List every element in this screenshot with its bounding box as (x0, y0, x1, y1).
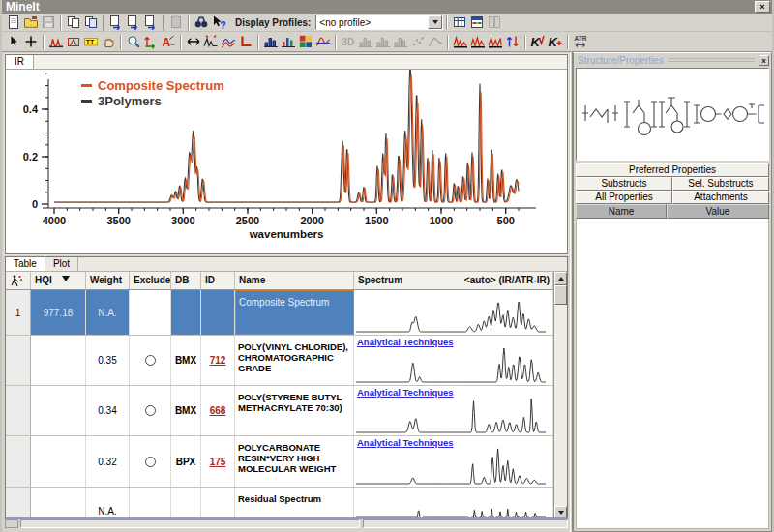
expand-horizontal-icon[interactable] (185, 34, 202, 50)
name-cell[interactable]: POLY(VINYL CHLORIDE), CHROMATOGRAPHIC GR… (235, 336, 354, 385)
spectrum-cell[interactable]: Analytical Techniques (354, 336, 553, 385)
atr-correction-icon[interactable]: ATR (572, 34, 589, 50)
id-cell[interactable]: 712 (201, 336, 235, 385)
exclude-radio[interactable] (145, 405, 156, 416)
tab-ir[interactable]: IR (6, 55, 34, 69)
spectrum-cell[interactable]: Analytical Techniques (354, 386, 553, 435)
hqi-cell[interactable] (31, 386, 86, 435)
exclude-cell[interactable] (130, 436, 171, 487)
name-cell[interactable]: POLY(STYRENE BUTYL METHACRYLATE 70:30) (235, 386, 354, 435)
open-file-icon[interactable] (22, 15, 40, 31)
name-cell[interactable]: POLYCARBONATE RESIN*VERY HIGH MOLECULAR … (235, 436, 354, 487)
report-view-icon[interactable] (468, 15, 486, 31)
id-link[interactable]: 668 (210, 405, 226, 416)
select-cursor-icon[interactable] (5, 34, 22, 50)
table-row[interactable]: 0.34BMX668POLY(STYRENE BUTYL METHACRYLAT… (6, 386, 553, 436)
tab-preferred-properties[interactable]: Preferred Properties (576, 163, 769, 177)
spectrum-cell[interactable]: Analytical Techniques (354, 436, 553, 487)
row-number-cell[interactable] (6, 336, 31, 385)
region-select-icon[interactable] (65, 34, 82, 50)
compare-display-icon[interactable] (314, 34, 332, 50)
transfer-spectrum-icon[interactable] (107, 15, 125, 31)
add-spectra-icon[interactable] (469, 34, 487, 50)
overlay-spectra-icon[interactable] (220, 34, 237, 50)
row-number-cell[interactable] (6, 436, 31, 487)
db-cell[interactable]: BPX (171, 436, 201, 487)
zoom-tool-icon[interactable] (125, 34, 142, 50)
table-row[interactable]: 1977.18N.A.Composite Spectrum (6, 290, 553, 336)
row-number-cell[interactable]: 1 (6, 290, 31, 335)
column-header-id[interactable]: ID (201, 272, 235, 289)
db-cell[interactable]: BMX (171, 336, 201, 385)
peak-search-edit-icon[interactable]: K (547, 34, 564, 50)
scale-spectra-icon[interactable] (487, 34, 504, 50)
hqi-cell[interactable] (31, 336, 86, 385)
display-profiles-combobox[interactable]: <no profile> (315, 15, 443, 30)
weight-cell[interactable]: N.A. (86, 488, 130, 519)
exclude-cell[interactable] (130, 386, 171, 435)
tab-substructs[interactable]: Substructs (576, 177, 672, 191)
name-cell[interactable]: Composite Spectrum (235, 290, 354, 335)
row-number-cell[interactable] (6, 386, 31, 435)
baseline-icon[interactable] (237, 34, 254, 50)
id-link[interactable]: 712 (210, 355, 226, 366)
close-icon[interactable]: × (755, 1, 770, 13)
peak-picking-icon[interactable] (47, 34, 65, 50)
column-header-exclude[interactable]: Exclude (130, 272, 171, 289)
transfer-structure-icon[interactable] (142, 15, 160, 31)
tab-table[interactable]: Table (6, 257, 45, 271)
exclude-cell[interactable] (130, 290, 171, 335)
table-row[interactable]: 0.35BMX712POLY(VINYL CHLORIDE), CHROMATO… (6, 336, 553, 386)
weight-cell[interactable]: 0.32 (86, 436, 130, 487)
hqi-cell[interactable] (31, 488, 86, 519)
column-header-db[interactable]: DB (171, 272, 201, 289)
exclude-cell[interactable] (130, 488, 171, 519)
table-view-icon[interactable] (451, 15, 468, 31)
column-header-name[interactable]: Name (235, 272, 354, 289)
weight-cell[interactable]: 0.35 (86, 336, 130, 385)
transfer-table-icon[interactable] (125, 15, 142, 31)
table-row[interactable]: 0.32BPX175POLYCARBONATE RESIN*VERY HIGH … (6, 436, 553, 488)
hqi-cell[interactable] (31, 436, 86, 487)
id-cell[interactable] (201, 290, 235, 335)
db-cell[interactable] (171, 290, 201, 335)
db-cell[interactable] (171, 488, 201, 519)
hqi-cell[interactable]: 977.18 (31, 290, 86, 335)
panel-close-icon[interactable]: x (759, 55, 769, 66)
column-header-weight[interactable]: Weight (86, 272, 130, 289)
peak-search-add-icon[interactable]: K (529, 34, 547, 50)
weight-cell[interactable]: N.A. (86, 290, 130, 335)
chevron-down-icon[interactable] (428, 15, 442, 29)
new-document-icon[interactable] (5, 15, 22, 31)
sort-results-icon[interactable] (504, 34, 521, 50)
scale-axes-icon[interactable] (142, 34, 160, 50)
weight-cell[interactable]: 0.34 (86, 386, 130, 435)
tab-all-properties[interactable]: All Properties (576, 191, 672, 204)
row-number-cell[interactable] (6, 488, 31, 519)
table-row[interactable]: N.A.Residual Spectrum (6, 488, 553, 519)
multi-display-icon[interactable] (280, 34, 297, 50)
scroll-up-icon[interactable] (554, 272, 567, 285)
pan-hand-icon[interactable] (100, 34, 117, 50)
tab-plot[interactable]: Plot (45, 257, 78, 271)
exclude-radio[interactable] (145, 457, 156, 467)
spectrum-cell[interactable] (354, 488, 553, 519)
id-link[interactable]: 175 (210, 457, 226, 467)
bar-display-icon[interactable] (262, 34, 280, 50)
copy-icon[interactable] (65, 15, 82, 31)
db-cell[interactable]: BMX (171, 386, 201, 435)
crosshair-icon[interactable] (22, 34, 40, 50)
id-cell[interactable]: 668 (201, 386, 235, 435)
annotate-icon[interactable]: A (160, 34, 177, 50)
structure-viewer[interactable] (576, 68, 769, 161)
highlight-icon[interactable]: TT (82, 34, 100, 50)
subtract-spectrum-icon[interactable] (452, 34, 469, 50)
copy-special-icon[interactable] (82, 15, 100, 31)
spectrum-cell[interactable] (354, 290, 553, 335)
column-header-spectrum[interactable]: Spectrum <auto> (IR/ATR-IR) (354, 272, 553, 289)
exclude-cell[interactable] (130, 336, 171, 385)
table-scrollbar[interactable] (553, 272, 567, 519)
id-cell[interactable]: 175 (201, 436, 235, 487)
exclude-radio[interactable] (145, 355, 156, 366)
name-cell[interactable]: Residual Spectrum (235, 488, 354, 519)
